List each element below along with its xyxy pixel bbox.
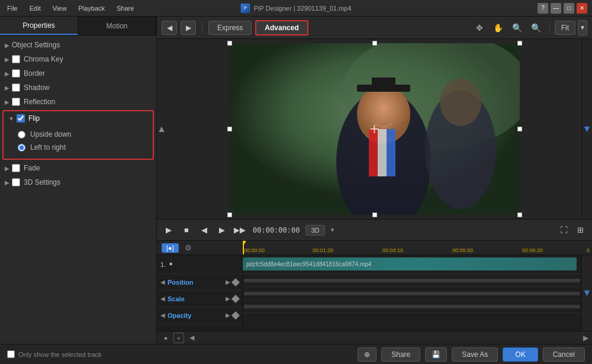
opacity-keyframe-button[interactable] [231, 311, 240, 319]
video-clip[interactable]: pdzfc5dd8e4ec81eec9541d841816ca9874.mp4 [243, 257, 577, 270]
section-reflection[interactable]: ▶ Reflection [0, 95, 156, 109]
section-3d-settings[interactable]: ▶ 3D Settings [0, 175, 156, 189]
left-to-right-radio[interactable] [18, 144, 25, 152]
share-button[interactable]: Share [381, 347, 420, 362]
app-title: PiP Designer | 32901139_01.mp4 [254, 5, 352, 12]
chevron-icon: ▶ [5, 70, 9, 77]
menu-view[interactable]: View [50, 4, 69, 13]
section-fade[interactable]: ▶ Fade [0, 161, 156, 175]
back-button[interactable]: ◀ [162, 21, 177, 35]
timeline-add-button[interactable]: + [173, 333, 184, 343]
next-frame-button[interactable]: ▶▶ [233, 223, 247, 237]
move-handle[interactable]: + [363, 117, 387, 141]
timeline-scroll-right[interactable]: ▶ [583, 334, 588, 342]
upside-down-radio[interactable] [18, 131, 25, 138]
fit-dropdown-button[interactable]: ▼ [578, 20, 587, 36]
fullscreen-button[interactable]: ⛶ [556, 223, 571, 237]
radio-upside-down[interactable]: Upside down [18, 128, 139, 141]
opacity-label: Opacity [168, 312, 191, 319]
zoom-in-button[interactable]: 🔍 [528, 20, 545, 36]
timeline-add-track-button[interactable]: ● [160, 333, 171, 343]
window-controls: ? — □ ✕ [538, 3, 587, 14]
clip-name: pdzfc5dd8e4ec81eec9541d841816ca9874.mp4 [246, 261, 371, 268]
border-checkbox[interactable] [12, 69, 20, 78]
section-chroma-key[interactable]: ▶ Chroma Key [0, 52, 156, 66]
section-object-settings[interactable]: ▶ Object Settings [0, 38, 156, 52]
opacity-track-bar [244, 305, 580, 308]
handle-top-left[interactable] [227, 41, 232, 46]
snapshot-button[interactable]: ⊞ [573, 223, 587, 237]
bottom-left: Only show the selected track [7, 350, 353, 358]
ruler-time-0: 00:00:00 [244, 247, 265, 253]
playback-right: ⛶ ⊞ [556, 223, 587, 237]
menu-file[interactable]: File [5, 4, 20, 13]
advanced-button[interactable]: Advanced [255, 20, 308, 36]
panel-expand-button[interactable]: ▼ [581, 39, 592, 219]
close-button[interactable]: ✕ [577, 3, 587, 14]
maximize-button[interactable]: — [551, 3, 561, 14]
3d-settings-checkbox[interactable] [12, 178, 20, 186]
video-canvas[interactable]: ▲ [157, 39, 592, 219]
track-arrow-right-position: ▶ [226, 279, 230, 285]
menu-playback[interactable]: Playback [76, 4, 107, 13]
timeline-right-scroll[interactable]: ▼ [581, 255, 592, 331]
right-panel: ◀ ▶ Express Advanced ✥ ✋ 🔍 🔍 Fit ▼ ▲ [157, 17, 592, 344]
fade-checkbox[interactable] [12, 164, 20, 172]
reflection-checkbox[interactable] [12, 98, 20, 106]
play-stop-button[interactable]: ■ [179, 223, 194, 237]
scale-keyframe-button[interactable] [231, 294, 240, 302]
menu-edit[interactable]: Edit [27, 4, 43, 13]
handle-mid-right[interactable] [517, 127, 522, 131]
panel-tabs: Properties Motion [0, 17, 156, 36]
selected-track-checkbox[interactable] [7, 350, 15, 358]
section-shadow[interactable]: ▶ Shadow [0, 80, 156, 95]
flip-checkbox[interactable] [17, 114, 25, 123]
title-bar: File Edit View Playback Share P PiP Desi… [0, 0, 592, 17]
left-panel: Properties Motion ▶ Object Settings ▶ Ch… [0, 17, 157, 344]
tab-properties[interactable]: Properties [0, 17, 78, 35]
save-icon-button[interactable]: 💾 [425, 347, 447, 362]
menu-share[interactable]: Share [114, 4, 136, 13]
zoom-out-button[interactable]: 🔍 [509, 20, 526, 36]
video-frame[interactable]: ↺ + [230, 43, 520, 215]
chroma-key-checkbox[interactable] [12, 55, 20, 63]
handle-mid-left[interactable] [227, 127, 232, 131]
ok-button[interactable]: OK [503, 347, 538, 362]
handle-top-right[interactable] [517, 41, 522, 46]
ruler-time-3: 00:05:00 [452, 247, 473, 253]
handle-bot-right[interactable] [517, 212, 522, 217]
radio-left-to-right[interactable]: Left to right [18, 141, 139, 154]
app-icon: P [241, 4, 250, 13]
handle-top-mid[interactable] [372, 41, 377, 46]
express-button[interactable]: Express [208, 21, 252, 35]
cancel-button[interactable]: Cancel [543, 347, 585, 362]
track-row-video: 1. ✦ [157, 255, 242, 274]
track-arrow-scale: ◀ [160, 295, 165, 302]
handle-bot-mid[interactable] [372, 212, 377, 217]
shadow-checkbox[interactable] [12, 83, 20, 92]
share-icon-button[interactable]: ⊕ [358, 347, 377, 362]
section-flip-header[interactable]: ▼ Flip [4, 111, 153, 125]
position-keyframe-button[interactable] [231, 278, 240, 286]
restore-button[interactable]: □ [564, 3, 574, 14]
play-button[interactable]: ▶ [215, 223, 229, 237]
prev-frame-button[interactable]: ◀ [197, 223, 211, 237]
track-selector[interactable]: [●] [162, 243, 179, 253]
hand-tool-button[interactable]: ✋ [490, 20, 507, 36]
save-as-button[interactable]: Save As [452, 347, 498, 362]
handle-bot-left[interactable] [227, 212, 232, 217]
toolbar-right: ✥ ✋ 🔍 🔍 Fit ▼ [471, 20, 587, 36]
timeline-zoom-in-button[interactable]: ◀ [186, 333, 197, 343]
move-tool-button[interactable]: ✥ [471, 20, 488, 36]
shadow-label: Shadow [24, 83, 49, 92]
ruler-time-2: 00:03:10 [382, 247, 403, 253]
stereo-button[interactable]: 3D [305, 225, 324, 236]
minimize-button[interactable]: ? [538, 3, 548, 14]
stereo-dropdown-arrow[interactable]: ▼ [330, 227, 336, 233]
forward-button[interactable]: ▶ [181, 21, 196, 35]
track-settings-button[interactable]: ⚙ [185, 243, 192, 252]
stop-button[interactable]: ▶ [162, 223, 176, 237]
tab-motion[interactable]: Motion [78, 17, 156, 35]
section-border[interactable]: ▶ Border [0, 66, 156, 80]
fit-button[interactable]: Fit [555, 21, 575, 35]
